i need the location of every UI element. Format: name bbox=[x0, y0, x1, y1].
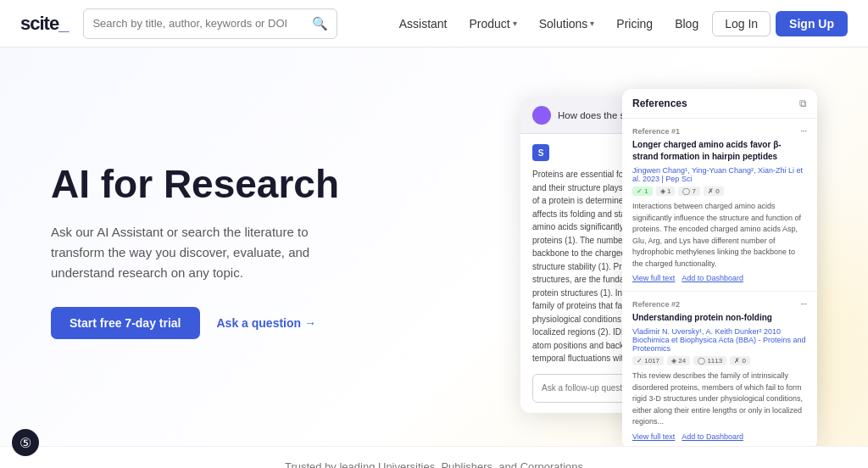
ref2-badge-0: ✗ 0 bbox=[730, 356, 750, 365]
ref2-badge-24: ◈ 24 bbox=[667, 356, 690, 365]
accessibility-button[interactable]: ⑤ bbox=[12, 429, 39, 456]
trusted-text: Trusted by leading Universities, Publish… bbox=[285, 460, 583, 468]
ref1-body: Interactions between charged amino acids… bbox=[632, 201, 807, 270]
references-panel: References ⧉ Reference #1 ··· Longer cha… bbox=[622, 89, 817, 446]
nav-solutions[interactable]: Solutions ▾ bbox=[531, 12, 604, 36]
ref1-badge-0: ✗ 0 bbox=[704, 187, 724, 196]
refs-title: References bbox=[632, 98, 687, 109]
ref1-badge-1: ◈ 1 bbox=[656, 187, 676, 196]
ref1-links: View full text Add to Dashboard bbox=[632, 274, 807, 282]
nav-assistant[interactable]: Assistant bbox=[391, 12, 456, 36]
ref1-authors: Jingwen Chang¹, Ying-Yuan Chang², Xian-Z… bbox=[632, 166, 807, 183]
hero-left: AI for Research Ask our AI Assistant or … bbox=[51, 163, 407, 340]
search-bar[interactable]: 🔍 bbox=[83, 8, 337, 39]
ai-icon: S bbox=[532, 144, 549, 161]
chevron-down-icon: ▾ bbox=[513, 19, 517, 28]
hero-section: AI for Research Ask our AI Assistant or … bbox=[0, 47, 868, 446]
user-avatar bbox=[532, 106, 551, 125]
ref1-number: Reference #1 ··· bbox=[632, 127, 807, 136]
ref2-authors: Vladimir N. Uversky¹, A. Keith Dunker² 2… bbox=[632, 327, 807, 353]
ref2-badges: ✓ 1017 ◈ 24 ◯ 1113 ✗ 0 bbox=[632, 356, 807, 365]
logo[interactable]: scite_ bbox=[20, 13, 68, 35]
trial-button[interactable]: Start free 7-day trial bbox=[51, 307, 200, 339]
hero-subtitle: Ask our AI Assistant or search the liter… bbox=[51, 222, 364, 283]
ref1-badges: ✓ 1 ◈ 1 ◯ 7 ✗ 0 bbox=[632, 187, 807, 196]
refs-header: References ⧉ bbox=[622, 89, 817, 119]
ref2-view-link[interactable]: View full text bbox=[632, 432, 675, 441]
hero-title: AI for Research bbox=[51, 163, 407, 206]
accessibility-icon: ⑤ bbox=[19, 435, 31, 451]
ref1-menu-icon[interactable]: ··· bbox=[800, 127, 807, 136]
search-input[interactable] bbox=[92, 17, 307, 30]
ref2-badge-1113: ◯ 1113 bbox=[693, 356, 726, 365]
nav-links: Assistant Product ▾ Solutions ▾ Pricing … bbox=[391, 11, 848, 36]
trusted-bar: Trusted by leading Universities, Publish… bbox=[0, 446, 868, 468]
ask-question-link[interactable]: Ask a question → bbox=[217, 316, 316, 330]
ref1-view-link[interactable]: View full text bbox=[632, 274, 675, 282]
hero-actions: Start free 7-day trial Ask a question → bbox=[51, 307, 407, 339]
nav-pricing[interactable]: Pricing bbox=[608, 12, 661, 36]
reference-1: Reference #1 ··· Longer charged amino ac… bbox=[622, 119, 817, 292]
ref2-body: This review describes the family of intr… bbox=[632, 370, 807, 428]
nav-product[interactable]: Product ▾ bbox=[461, 12, 526, 36]
ref2-menu-icon[interactable]: ··· bbox=[800, 300, 807, 309]
navbar: scite_ 🔍 Assistant Product ▾ Solutions ▾… bbox=[0, 0, 868, 47]
signup-button[interactable]: Sign Up bbox=[776, 11, 848, 36]
ref2-dashboard-link[interactable]: Add to Dashboard bbox=[682, 432, 743, 441]
copy-icon[interactable]: ⧉ bbox=[799, 98, 807, 109]
hero-right: How does the structure of a protein affe… bbox=[407, 89, 817, 413]
ref2-badge-1017: ✓ 1017 bbox=[632, 356, 664, 365]
ref1-badge-7: ◯ 7 bbox=[678, 187, 700, 196]
ref2-number: Reference #2 ··· bbox=[632, 300, 807, 309]
ref2-links: View full text Add to Dashboard bbox=[632, 432, 807, 441]
search-icon[interactable]: 🔍 bbox=[312, 16, 328, 31]
nav-blog[interactable]: Blog bbox=[666, 12, 707, 36]
ref1-dashboard-link[interactable]: Add to Dashboard bbox=[682, 274, 743, 282]
ref1-title: Longer charged amino acids favor β-stran… bbox=[632, 139, 807, 163]
ref1-badge-supporting: ✓ 1 bbox=[632, 187, 653, 196]
reference-2: Reference #2 ··· Understanding protein n… bbox=[622, 292, 817, 446]
chevron-down-icon: ▾ bbox=[590, 19, 594, 28]
ref2-title: Understanding protein non-folding bbox=[632, 312, 807, 324]
login-button[interactable]: Log In bbox=[712, 11, 771, 36]
logo-text: scite_ bbox=[20, 13, 68, 35]
